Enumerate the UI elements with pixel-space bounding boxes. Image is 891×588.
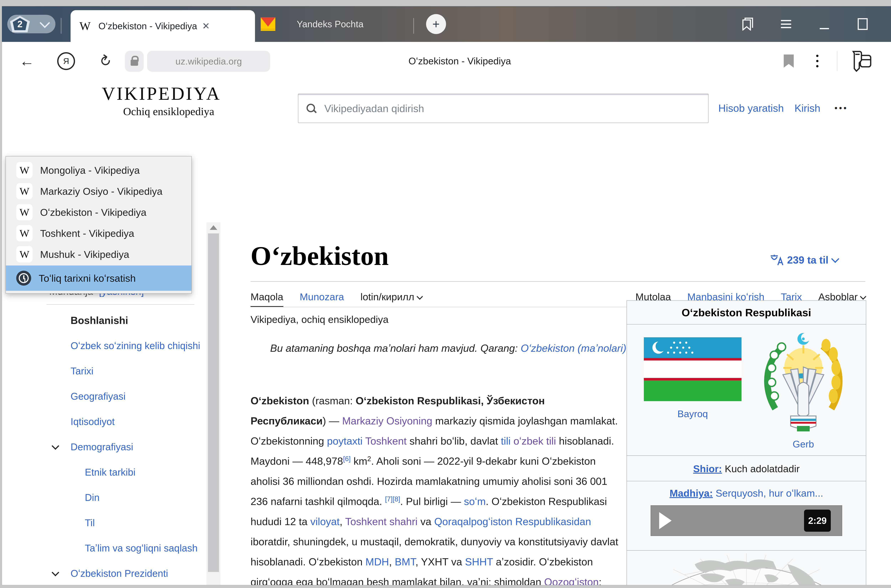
anthem-title-link[interactable]: Serquyosh, hur oʻlkam... bbox=[713, 488, 823, 499]
scrollbar-thumb[interactable] bbox=[208, 233, 219, 572]
history-clock-icon bbox=[16, 271, 31, 286]
downloads-button[interactable] bbox=[886, 42, 891, 80]
minimize-button[interactable] bbox=[814, 6, 834, 42]
chevron-down-icon bbox=[831, 255, 839, 263]
toc-item[interactable]: Iqtisodiyot bbox=[70, 415, 206, 428]
page-menu-button[interactable] bbox=[807, 42, 827, 80]
header-links: Hisob yaratish Kirish ••• bbox=[718, 94, 848, 122]
tabbar-divider bbox=[413, 18, 414, 34]
maximize-button[interactable] bbox=[853, 6, 873, 42]
scrollbar-up-arrow[interactable] bbox=[210, 225, 217, 230]
login-link[interactable]: Kirish bbox=[794, 102, 820, 114]
show-full-history-label: Toʻliq tarixni koʻrsatish bbox=[39, 273, 136, 284]
plus-icon: + bbox=[432, 17, 440, 31]
emblem-caption[interactable]: Gerb bbox=[758, 438, 849, 450]
motto-text: Kuch adolatdadir bbox=[722, 463, 800, 474]
article-tab[interactable]: lotin/кирилл bbox=[360, 291, 422, 303]
search-placeholder: Vikipediyadan qidirish bbox=[324, 102, 424, 114]
uzbekistan-emblem[interactable] bbox=[758, 332, 849, 431]
uzbekistan-flag[interactable] bbox=[644, 337, 741, 401]
tab-counter-button[interactable]: 2 bbox=[7, 15, 56, 33]
infobox-map-row bbox=[627, 550, 866, 585]
chevron-down-icon bbox=[860, 294, 866, 300]
chevron-down-icon[interactable] bbox=[52, 442, 59, 450]
toc-item[interactable]: Til bbox=[85, 516, 206, 529]
article-tab[interactable]: Maqola bbox=[250, 291, 284, 303]
tab-yandex-mail[interactable]: Yandeks Pochta bbox=[257, 6, 414, 42]
article-tab[interactable]: Munozara bbox=[300, 291, 344, 303]
history-item[interactable]: W Markaziy Osiyo - Vikipediya bbox=[6, 181, 191, 202]
vertical-dots-icon bbox=[816, 55, 819, 68]
country-infobox: Oʻzbekiston Respublikasi Bayr bbox=[627, 300, 866, 585]
browser-toolbar: ← Я ↻ uz.wikipedia.org Oʻzbekiston - Vik… bbox=[2, 42, 891, 80]
chevron-down-icon bbox=[417, 294, 423, 300]
wikipedia-wordmark: VIKIPEDIYA bbox=[102, 83, 221, 104]
toolbar-separator bbox=[837, 51, 837, 71]
password-manager-button[interactable] bbox=[847, 42, 875, 80]
title-rule bbox=[250, 281, 866, 282]
chevron-down-icon[interactable] bbox=[52, 569, 59, 576]
history-item[interactable]: W Toshkent - Vikipediya bbox=[6, 223, 191, 244]
yandex-mail-icon bbox=[261, 17, 275, 31]
wikipedia-favicon: W bbox=[16, 225, 33, 242]
audio-player[interactable]: 2:29 bbox=[651, 506, 842, 536]
table-of-contents: Boshlanishi Oʻzbek soʻzining kelib chiqi… bbox=[70, 314, 206, 585]
history-item[interactable]: W Mongoliya - Vikipediya bbox=[6, 160, 191, 181]
anthem-link[interactable]: Madhiya: bbox=[669, 488, 713, 499]
toc-item[interactable]: Taʼlim va sogʻliqni saqlash bbox=[85, 542, 206, 555]
play-icon[interactable] bbox=[659, 512, 672, 529]
site-subtitle: Vikipediya, ochiq ensiklopediya bbox=[250, 314, 388, 325]
tab-active-wikipedia[interactable]: W Oʻzbekiston - Vikipediya ✕ bbox=[70, 10, 255, 42]
hamburger-icon bbox=[781, 20, 791, 28]
tab-counter-shield: 2 bbox=[9, 15, 30, 33]
create-account-link[interactable]: Hisob yaratish bbox=[718, 102, 784, 114]
toc-item[interactable]: Boshlanishi bbox=[70, 314, 206, 327]
toc-separator bbox=[46, 304, 194, 305]
toc-item[interactable]: Oʻzbek soʻzining kelib chiqishi bbox=[70, 339, 206, 352]
motto-link[interactable]: Shior: bbox=[693, 463, 722, 474]
toc-scrollbar[interactable] bbox=[207, 222, 220, 585]
wikipedia-favicon: W bbox=[16, 246, 33, 262]
infobox-anthem-row: Madhiya: Serquyosh, hur oʻlkam... 2:29 bbox=[627, 481, 866, 543]
tab-title: Yandeks Pochta bbox=[297, 19, 363, 29]
toc-item[interactable]: Oʻzbekiston Prezidenti bbox=[70, 567, 206, 580]
browser-menu-button[interactable] bbox=[776, 6, 796, 42]
wiki-search-box[interactable]: Vikipediyadan qidirish bbox=[298, 94, 708, 123]
toc-item[interactable]: Tarixi bbox=[70, 364, 206, 377]
toc-item[interactable]: Geografiyasi bbox=[70, 390, 206, 403]
key-icon bbox=[849, 50, 873, 72]
infobox-title: Oʻzbekiston Respublikasi bbox=[627, 301, 866, 324]
wikipedia-favicon: W bbox=[16, 204, 33, 220]
chevron-down-icon[interactable] bbox=[40, 18, 50, 28]
history-item[interactable]: W Mushuk - Vikipediya bbox=[6, 244, 191, 265]
toc-item[interactable]: Demografiyasi bbox=[70, 441, 206, 453]
tab-title: Oʻzbekiston - Vikipediya bbox=[98, 21, 197, 32]
languages-icon bbox=[770, 254, 783, 266]
new-tab-button[interactable]: + bbox=[426, 14, 446, 34]
flag-caption[interactable]: Bayroq bbox=[644, 408, 741, 419]
history-item[interactable]: W Oʻzbekiston - Vikipediya bbox=[6, 202, 191, 223]
bookmark-page-button[interactable] bbox=[779, 42, 798, 80]
maximize-icon bbox=[858, 18, 868, 30]
toc-item[interactable]: Etnik tarkibi bbox=[85, 466, 206, 478]
wikipedia-favicon: W bbox=[16, 162, 33, 178]
bookmarks-panel-button[interactable] bbox=[738, 6, 758, 42]
history-list: W Mongoliya - Vikipediya W Markaziy Osiy… bbox=[6, 156, 191, 265]
tab-bar: 2 W Oʻzbekiston - Vikipediya ✕ Yandeks P… bbox=[2, 6, 891, 42]
page-title: Oʻzbekiston bbox=[250, 240, 388, 271]
audio-duration-badge: 2:29 bbox=[804, 510, 831, 532]
language-selector[interactable]: 239 ta til bbox=[770, 254, 838, 266]
show-full-history-item[interactable]: Toʻliq tarixni koʻrsatish bbox=[6, 266, 191, 291]
search-icon bbox=[306, 104, 316, 113]
toolbar-page-title[interactable]: Oʻzbekiston - Vikipediya bbox=[2, 42, 891, 80]
language-count: 239 ta til bbox=[787, 254, 828, 266]
toc-item[interactable]: Din bbox=[85, 491, 206, 504]
tabbar-divider bbox=[61, 18, 62, 34]
more-options-icon[interactable]: ••• bbox=[835, 104, 848, 112]
minimize-icon bbox=[820, 28, 829, 29]
wikipedia-page: VIKIPEDIYA Ochiq ensiklopediya Vikipediy… bbox=[2, 80, 891, 585]
wikipedia-logo[interactable]: VIKIPEDIYA Ochiq ensiklopediya bbox=[102, 83, 221, 118]
infobox-images-row: Bayroq bbox=[627, 324, 866, 455]
tab-title-fade bbox=[203, 15, 225, 37]
locator-globe-map[interactable] bbox=[641, 554, 852, 585]
